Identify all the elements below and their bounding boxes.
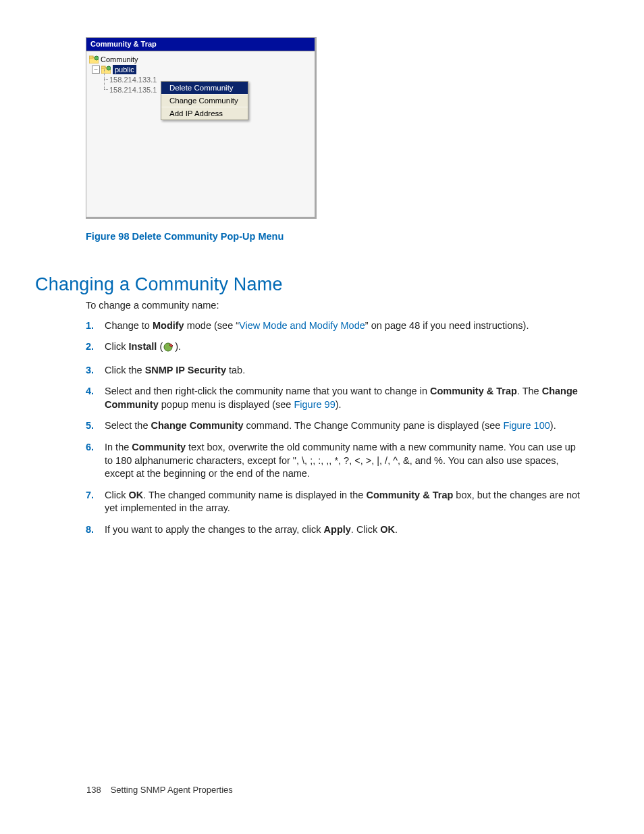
link-figure-99[interactable]: Figure 99 [294, 399, 335, 410]
page-footer: 138Setting SNMP Agent Properties [86, 785, 233, 795]
figure-caption: Figure 98 Delete Community Pop-Up Menu [86, 231, 587, 242]
step-7: Click OK. The changed community name is … [86, 489, 587, 523]
bold: Install [128, 341, 157, 352]
tree-label-selected: public [113, 65, 136, 74]
tree-node-community[interactable]: Community [89, 54, 315, 64]
tree-node-public[interactable]: – public [89, 64, 315, 74]
text: . Click [351, 524, 381, 535]
text: ( [157, 341, 163, 352]
folder-icon [89, 55, 99, 63]
text: If you want to apply the changes to the … [105, 524, 324, 535]
section-heading: Changing a Community Name [35, 274, 587, 295]
folder-icon [101, 66, 111, 74]
text: ). [175, 341, 181, 352]
text: Change to [105, 320, 153, 331]
step-8: If you want to apply the changes to the … [86, 523, 587, 545]
install-icon [163, 342, 174, 356]
panel-header: Community & Trap [86, 38, 315, 51]
bold: Modify [153, 320, 184, 331]
text: Click the [105, 365, 145, 375]
intro-text: To change a community name: [86, 299, 587, 313]
link-figure-100[interactable]: Figure 100 [503, 420, 549, 431]
page-number: 138 [86, 785, 101, 795]
step-5: Select the Change Community command. The… [86, 419, 587, 441]
footer-title: Setting SNMP Agent Properties [111, 785, 233, 795]
text: command. The Change Community pane is di… [243, 420, 503, 431]
step-3: Click the SNMP IP Security tab. [86, 364, 587, 386]
bold: Apply [324, 524, 351, 535]
link-view-modify-mode[interactable]: View Mode and Modify Mode [239, 320, 365, 331]
text: ). [550, 420, 556, 431]
bold: Community & Trap [366, 490, 453, 500]
menu-item-delete-community[interactable]: Delete Community [161, 82, 248, 94]
screenshot-panel: Community & Trap Community – [86, 37, 317, 219]
text: Click [105, 490, 128, 500]
ip-label: 158.214.133.1 [109, 76, 157, 84]
text: tab. [226, 365, 245, 375]
bold: OK [128, 490, 143, 500]
context-menu: Delete Community Change Community Add IP… [161, 81, 248, 120]
bold: OK [380, 524, 395, 535]
step-6: In the Community text box, overwrite the… [86, 441, 587, 489]
text: Select the [105, 420, 151, 431]
text: Click [105, 341, 128, 352]
menu-item-change-community[interactable]: Change Community [161, 94, 248, 107]
text: mode (see “ [184, 320, 239, 331]
text: . [395, 524, 398, 535]
step-2: Click Install (). [86, 340, 587, 364]
ip-label: 158.214.135.1 [109, 86, 157, 94]
text: ). [336, 399, 342, 410]
menu-item-add-ip[interactable]: Add IP Address [161, 107, 248, 120]
text: popup menu is displayed (see [159, 399, 294, 410]
bold: Change Community [151, 420, 244, 431]
text: Select and then right-click the communit… [105, 386, 430, 396]
bold: Community [132, 442, 186, 452]
expander-icon[interactable]: – [92, 66, 100, 74]
svg-rect-1 [89, 56, 93, 58]
text: In the [105, 442, 132, 452]
tree-label: Community [101, 55, 138, 63]
step-1: Change to Modify mode (see “View Mode an… [86, 319, 587, 341]
text: . The [517, 386, 542, 396]
bold: Community & Trap [430, 386, 517, 396]
svg-point-2 [95, 56, 99, 60]
step-4: Select and then right-click the communit… [86, 385, 587, 419]
bold: SNMP IP Security [145, 365, 226, 375]
tree-view: Community – public 158.214.133.1 158.214… [86, 51, 315, 95]
svg-point-5 [107, 66, 111, 70]
text: ” on page 48 if you need instructions). [365, 320, 529, 331]
steps-list: Change to Modify mode (see “View Mode an… [86, 319, 587, 545]
text: . The changed community name is displaye… [143, 490, 366, 500]
svg-rect-4 [101, 66, 105, 68]
